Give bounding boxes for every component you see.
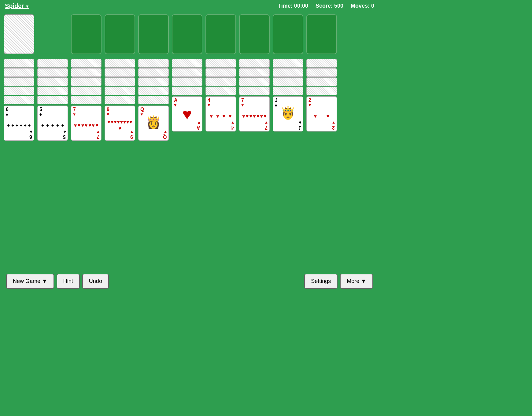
more-button[interactable]: More ▼ xyxy=(340,274,373,289)
card-suit: ♥ xyxy=(308,103,311,107)
face-down-card xyxy=(105,59,135,68)
face-down-card xyxy=(4,59,34,68)
card-suit: ♥ xyxy=(73,112,76,116)
face-down-card xyxy=(71,68,102,77)
face-down-card xyxy=(239,77,270,86)
foundation-2[interactable] xyxy=(138,14,169,54)
card-rank: Q xyxy=(140,107,144,112)
face-down-card xyxy=(205,59,236,68)
face-up-card-queen[interactable]: Q ♥ 👸 Q ♥ xyxy=(138,106,169,141)
card-rank-bottom: 2 xyxy=(332,125,335,130)
column-8[interactable]: J ♠ 🤴 J ♠ xyxy=(273,59,303,132)
card-rank: 9 xyxy=(107,107,109,112)
card-rank: 6 xyxy=(6,107,9,112)
undo-button[interactable]: Undo xyxy=(82,274,109,289)
face-down-card xyxy=(105,68,135,77)
foundation-0[interactable] xyxy=(71,14,102,54)
foundation-7[interactable] xyxy=(306,14,337,54)
column-1[interactable]: 5 ♠ ♠♠ ♠♠ ♠ 5 ♠ xyxy=(37,59,68,141)
card-suit: ♥ xyxy=(208,103,210,107)
face-down-card xyxy=(37,68,68,77)
face-down-card xyxy=(172,59,202,68)
face-up-card[interactable]: 7 ♥ ♥♥ ♥♥ ♥♥ ♥ 7 ♥ xyxy=(239,96,270,132)
card-suit: ♠ xyxy=(39,112,42,116)
card-suit-bottom: ♥ xyxy=(131,130,133,134)
face-down-card xyxy=(138,68,169,77)
new-game-button[interactable]: New Game ▼ xyxy=(6,274,54,289)
face-down-card xyxy=(172,77,202,86)
face-down-card xyxy=(172,68,202,77)
footer: New Game ▼ Hint Undo Settings More ▼ xyxy=(0,274,379,289)
face-down-card xyxy=(37,59,68,68)
hint-button[interactable]: Hint xyxy=(57,274,80,289)
column-3[interactable]: 9 ♥ ♥♥ ♥♥ ♥♥ ♥♥ ♥ 9 ♥ xyxy=(105,59,135,141)
jack-figure: 🤴 xyxy=(280,106,296,120)
card-rank: 4 xyxy=(208,98,210,103)
stock-back-pattern xyxy=(4,15,34,54)
column-6[interactable]: 4 ♥ ♥♥ ♥♥ 4 ♥ xyxy=(205,59,236,132)
face-down-card xyxy=(239,68,270,77)
face-down-card xyxy=(306,59,337,68)
face-up-card[interactable]: 4 ♥ ♥♥ ♥♥ 4 ♥ xyxy=(205,96,236,132)
face-down-card xyxy=(71,59,102,68)
column-2[interactable]: 7 ♥ ♥♥ ♥♥ ♥♥ ♥ 7 ♥ xyxy=(71,59,102,141)
column-5[interactable]: A ♥ ♥ A ♥ xyxy=(172,59,202,132)
face-up-card-ace[interactable]: A ♥ ♥ A ♥ xyxy=(172,96,202,132)
face-down-card xyxy=(306,68,337,77)
face-down-card xyxy=(205,68,236,77)
face-up-card[interactable]: 7 ♥ ♥♥ ♥♥ ♥♥ ♥ 7 ♥ xyxy=(71,106,102,141)
face-down-card xyxy=(105,77,135,86)
face-down-card xyxy=(239,87,270,95)
card-rank-bottom: 9 xyxy=(130,134,133,139)
column-9[interactable]: 2 ♥ ♥♥ 2 ♥ xyxy=(306,59,337,132)
face-down-card xyxy=(273,68,303,77)
foundation-3[interactable] xyxy=(172,14,202,54)
card-suit-bottom: ♥ xyxy=(97,130,99,134)
column-4[interactable]: Q ♥ 👸 Q ♥ xyxy=(138,59,169,141)
face-down-card xyxy=(273,87,303,95)
face-up-card[interactable]: 6 ♠ ♠♠ ♠♠ ♠♠ 6 ♠ xyxy=(4,106,34,141)
card-suit: ♠ xyxy=(6,112,8,116)
face-down-card xyxy=(172,87,202,95)
face-down-card xyxy=(273,77,303,86)
foundation-5[interactable] xyxy=(239,14,270,54)
card-rank-bottom: 7 xyxy=(97,134,99,139)
score-display: Score: 500 xyxy=(316,3,343,9)
face-down-card xyxy=(205,87,236,95)
header: Spider Time: 00:00 Score: 500 Moves: 0 xyxy=(0,0,379,12)
face-down-card xyxy=(37,96,68,104)
card-rank-bottom: 4 xyxy=(231,125,234,130)
face-up-card[interactable]: 9 ♥ ♥♥ ♥♥ ♥♥ ♥♥ ♥ 9 ♥ xyxy=(105,106,135,141)
face-up-card[interactable]: 5 ♠ ♠♠ ♠♠ ♠ 5 ♠ xyxy=(37,106,68,141)
stock-pile[interactable] xyxy=(4,14,34,54)
game-area: 6 ♠ ♠♠ ♠♠ ♠♠ 6 ♠ 5 ♠ ♠♠ xyxy=(0,12,379,143)
face-up-card[interactable]: 2 ♥ ♥♥ 2 ♥ xyxy=(306,96,337,132)
game-title[interactable]: Spider xyxy=(5,2,29,9)
card-suit-bottom: ♥ xyxy=(265,121,268,125)
face-down-card xyxy=(105,96,135,104)
card-suit-bottom: ♠ xyxy=(30,130,32,134)
time-display: Time: 00:00 xyxy=(278,3,308,9)
face-up-card-jack[interactable]: J ♠ 🤴 J ♠ xyxy=(273,96,303,132)
foundation-1[interactable] xyxy=(105,14,135,54)
card-rank: 5 xyxy=(39,107,42,112)
card-suit-bottom: ♠ xyxy=(64,130,66,134)
stock-spacer xyxy=(37,14,68,54)
face-down-card xyxy=(138,96,169,104)
card-rank-bottom: J xyxy=(298,125,301,130)
face-down-card xyxy=(306,77,337,86)
top-row xyxy=(4,14,375,54)
card-rank-bottom: 6 xyxy=(29,134,32,139)
face-down-card xyxy=(71,87,102,95)
foundation-4[interactable] xyxy=(205,14,236,54)
foundation-6[interactable] xyxy=(273,14,303,54)
tableau: 6 ♠ ♠♠ ♠♠ ♠♠ 6 ♠ 5 ♠ ♠♠ xyxy=(4,59,375,141)
card-suit-bottom: ♥ xyxy=(231,121,234,125)
card-pips: ♠♠ ♠♠ ♠ xyxy=(38,117,68,133)
column-0[interactable]: 6 ♠ ♠♠ ♠♠ ♠♠ 6 ♠ xyxy=(4,59,34,141)
settings-button[interactable]: Settings xyxy=(304,274,338,289)
footer-left-buttons: New Game ▼ Hint Undo xyxy=(6,274,109,289)
column-7[interactable]: 7 ♥ ♥♥ ♥♥ ♥♥ ♥ 7 ♥ xyxy=(239,59,270,132)
card-rank: 7 xyxy=(73,107,76,112)
card-suit: ♠ xyxy=(275,103,277,107)
